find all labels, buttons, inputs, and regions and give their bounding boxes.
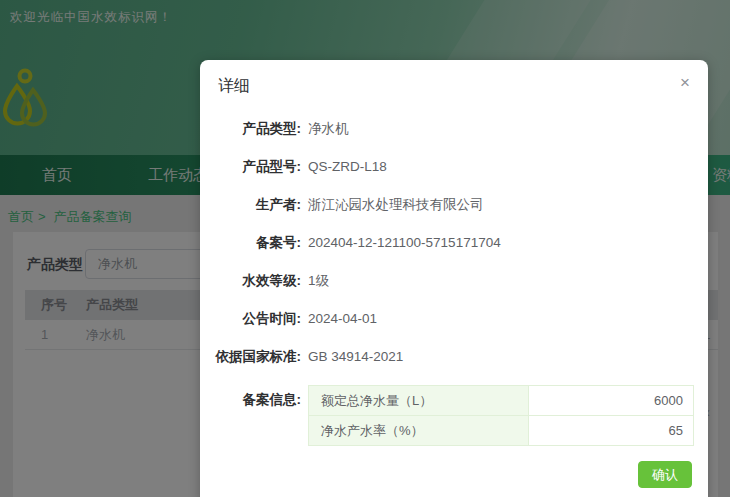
field-efficiency-grade: 水效等级: 1级 — [200, 271, 692, 290]
field-record-info: 备案信息: 额定总净水量（L） 6000 净水产水率（%） 65 — [200, 385, 692, 446]
field-label: 备案信息: — [200, 385, 308, 446]
field-label: 依据国家标准: — [200, 347, 308, 366]
dialog-body: 产品类型: 净水机 产品型号: QS-ZRD-L18 生产者: 浙江沁园水处理科… — [200, 107, 708, 446]
field-product-type: 产品类型: 净水机 — [200, 119, 692, 138]
field-model: 产品型号: QS-ZRD-L18 — [200, 157, 692, 176]
record-value: 65 — [529, 416, 694, 446]
field-value: 净水机 — [308, 119, 692, 138]
record-row: 净水产水率（%） 65 — [309, 416, 694, 446]
field-value: 浙江沁园水处理科技有限公司 — [308, 195, 692, 214]
field-label: 产品型号: — [200, 157, 308, 176]
detail-dialog: 详细 × 产品类型: 净水机 产品型号: QS-ZRD-L18 生产者: 浙江沁… — [200, 60, 708, 497]
field-label: 公告时间: — [200, 309, 308, 328]
field-value: QS-ZRD-L18 — [308, 157, 692, 176]
dialog-title: 详细 — [218, 77, 250, 94]
field-value: GB 34914-2021 — [308, 347, 692, 366]
field-manufacturer: 生产者: 浙江沁园水处理科技有限公司 — [200, 195, 692, 214]
dialog-header: 详细 × — [200, 60, 708, 107]
close-icon[interactable]: × — [680, 74, 690, 91]
field-national-standard: 依据国家标准: GB 34914-2021 — [200, 347, 692, 366]
field-label: 水效等级: — [200, 271, 308, 290]
field-record-no: 备案号: 202404-12-121100-5715171704 — [200, 233, 692, 252]
field-label: 生产者: — [200, 195, 308, 214]
confirm-button[interactable]: 确认 — [638, 461, 692, 488]
field-value: 1级 — [308, 271, 692, 290]
field-announce-date: 公告时间: 2024-04-01 — [200, 309, 692, 328]
record-info-table: 额定总净水量（L） 6000 净水产水率（%） 65 — [308, 385, 694, 446]
field-label: 备案号: — [200, 233, 308, 252]
record-name: 净水产水率（%） — [309, 416, 529, 446]
page: 欢迎光临中国水效标识网！ 首页 工作动态 资料下载 首页>产品备案查询 产品类型… — [0, 0, 730, 497]
record-value: 6000 — [529, 386, 694, 416]
field-label: 产品类型: — [200, 119, 308, 138]
field-value: 2024-04-01 — [308, 309, 692, 328]
field-value: 202404-12-121100-5715171704 — [308, 233, 692, 252]
record-name: 额定总净水量（L） — [309, 386, 529, 416]
record-row: 额定总净水量（L） 6000 — [309, 386, 694, 416]
